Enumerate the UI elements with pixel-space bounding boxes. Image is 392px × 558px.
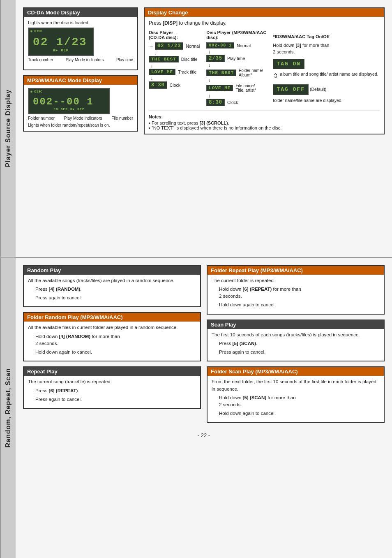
cdda-seq-label-clock-0: Clock <box>170 83 180 88</box>
tag-on-row: ⇕ album title and song title/ artist nam… <box>273 71 378 81</box>
cdda-down-2: ↓ <box>150 76 153 81</box>
folder-random-play-step1: Hold down [4] (RANDOM) for more than2 se… <box>35 333 196 347</box>
folder-scan-play-header: Folder Scan Play (MP3/WMA/AAC) <box>208 367 384 376</box>
mp3-lcd-sub: FOLDER R► REP <box>33 107 105 111</box>
mp3-seq-lcd-0: 002-00 1 <box>206 42 234 49</box>
mp3-lcd-main: 002--00 1 <box>33 96 105 107</box>
cdda-seq-lcd-1: THE BEST <box>149 56 179 63</box>
mp3-section-header: MP3/WMA/AAC Mode Display <box>24 76 137 85</box>
mp3-down-0: ↓ <box>208 49 210 55</box>
bottom-left-col: Random Play All the available songs (tra… <box>23 265 201 428</box>
folder-scan-play-step2: Hold down again to cancel. <box>219 410 380 417</box>
cdda-seq-label-normal: Normal <box>186 44 200 49</box>
scan-play-step1: Press [5] (SCAN). <box>219 340 380 347</box>
mp3-seq-label-folder: Folder name/Album* <box>239 68 263 77</box>
bottom-right-col: Folder Repeat Play (MP3/WMA/AAC) The cur… <box>207 265 385 428</box>
cdda-section-box: CD-DA Mode Display Lights when the disc … <box>23 7 138 70</box>
mp3-down-1: ↓ <box>208 63 210 68</box>
tag-on-lcd: TAG ON <box>273 59 304 69</box>
folder-random-play-box: Folder Random Play (MP3/WMA/AAC) All the… <box>23 312 201 361</box>
mp3-section-content: ◉ DISC 002--00 1 FOLDER R► REP Folder nu… <box>24 85 137 131</box>
mp3-labels-row: Folder number Play Mode indicators File … <box>28 116 133 120</box>
mp3-seq-item-2: THE BEST Folder name/Album* <box>206 68 263 77</box>
random-play-body: All the available songs (tracks/files) a… <box>24 275 200 307</box>
page-number: - 22 - <box>23 428 385 441</box>
repeat-play-box: Repeat Play The current song (track/file… <box>23 366 201 409</box>
repeat-play-step1: Press [6] (REPEAT). <box>35 387 196 394</box>
cdda-track-number-label: Track number <box>28 58 53 62</box>
notes-title: Notes: <box>149 114 163 119</box>
mp3-seq-item-0: 002-00 1 Normal <box>206 42 251 49</box>
folder-repeat-play-box: Folder Repeat Play (MP3/WMA/AAC) The cur… <box>207 265 385 315</box>
scan-play-step2: Press again to cancel. <box>219 349 380 356</box>
bottom-main-content: Random Play All the available songs (tra… <box>16 258 392 558</box>
mp3-disc-indicator: ◉ DISC <box>30 90 42 93</box>
folder-scan-play-box: Folder Scan Play (MP3/WMA/AAC) From the … <box>207 366 385 423</box>
mp3-file-number-label: File number <box>111 116 133 120</box>
random-play-desc: All the available songs (tracks/files) a… <box>28 277 196 284</box>
mp3-seq-lcd-1: 2/35 <box>206 55 225 62</box>
left-column: CD-DA Mode Display Lights when the disc … <box>23 7 138 139</box>
cdda-subtitle: Lights when the disc is loaded. <box>28 20 133 25</box>
folder-scan-play-desc: From the next folder, the first 10 secon… <box>212 378 380 393</box>
tag-on-desc: album title and song title/ artist name … <box>280 71 378 78</box>
folder-random-play-body: All the available files in current folde… <box>24 322 200 361</box>
mp3-seq-label-normal: Normal <box>237 43 251 48</box>
scan-play-header: Scan Play <box>208 320 384 329</box>
cdda-seq-item-0: → 02 1/23 Normal <box>149 42 200 50</box>
folder-random-play-header: Folder Random Play (MP3/WMA/AAC) <box>24 313 200 322</box>
random-play-box: Random Play All the available songs (tra… <box>23 265 201 308</box>
cdda-play-mode-label: Play Mode indicators <box>66 58 104 62</box>
cdda-seq-header: Disc Player(CD-DA disc): <box>149 30 178 40</box>
top-main-content: CD-DA Mode Display Lights when the disc … <box>16 0 392 257</box>
cdda-section-header: CD-DA Mode Display <box>24 8 137 17</box>
mp3-seq-lcd-2: THE BEST <box>206 69 236 76</box>
tag-on-arrow-icon: ⇕ <box>273 71 278 81</box>
cdda-lcd: ◉ DISC 02 1/23 R► REP <box>28 28 94 56</box>
cdda-lcd-main: 02 1/23 <box>33 36 89 49</box>
cdda-section-content: Lights when the disc is loaded. ◉ DISC 0… <box>24 17 137 69</box>
folder-repeat-play-header: Folder Repeat Play (MP3/WMA/AAC) <box>208 266 384 275</box>
folder-repeat-play-step2: Hold down again to cancel. <box>219 301 380 308</box>
cdda-lcd-sub: R► REP <box>33 49 89 53</box>
mp3-diagram: ◉ DISC 002--00 1 FOLDER R► REP Folder nu… <box>28 88 133 120</box>
folder-repeat-play-step1: Hold down [6] (REPEAT) for more than2 se… <box>219 286 380 300</box>
repeat-play-step2: Press again to cancel. <box>35 396 196 403</box>
mp3-seq-label-clock: Clock <box>227 100 238 105</box>
mp3-seq-col: Disc Player (MP3/WMA/AACdisc): 002-00 1 … <box>206 30 266 107</box>
mp3-folder-number-label: Folder number <box>28 116 55 120</box>
folder-random-play-step2: Hold down again to cancel. <box>35 349 196 356</box>
repeat-play-body: The current song (track/file) is repeate… <box>24 376 200 408</box>
cdda-seq-lcd-2: LOVE ME <box>149 69 175 75</box>
display-change-subtitle: Press [DISP] to change the display. <box>149 20 380 26</box>
cdda-seq-arrow-0: → <box>149 43 154 49</box>
page: Player Source Display CD-DA Mode Display… <box>0 0 392 558</box>
random-play-step2: Press again to cancel. <box>35 294 196 301</box>
scan-play-box: Scan Play The first 10 seconds of each s… <box>207 320 385 362</box>
id3-desc: Hold down [3] for more than2 seconds. <box>273 42 378 56</box>
repeat-play-desc: The current song (track/file) is repeate… <box>28 378 196 385</box>
cdda-seq-item-2: LOVE ME Track title <box>149 69 196 75</box>
id3-title: *ID3/WMA/AAC Tag On/Off <box>273 33 378 40</box>
bottom-columns: Random Play All the available songs (tra… <box>23 265 385 428</box>
id3-section: *ID3/WMA/AAC Tag On/Off Hold down [3] fo… <box>273 33 378 104</box>
mp3-seq-item-1: 2/35 Play time <box>206 55 245 62</box>
folder-repeat-play-desc: The current folder is repeated. <box>212 277 380 284</box>
mp3-play-mode-label: Play Mode indicators <box>64 116 102 120</box>
display-change-content: Press [DISP] to change the display. Disc… <box>145 17 384 134</box>
tag-off-lcd: TAG OFF <box>273 84 309 95</box>
cdda-seq-label-track-title: Track title <box>178 69 196 74</box>
right-column: Display Change Press [DISP] to change th… <box>144 7 385 139</box>
cdda-seq-lcd-0: 02 1/23 <box>155 42 183 50</box>
random-play-header: Random Play <box>24 266 200 275</box>
folder-random-play-desc: All the available files in current folde… <box>28 324 196 331</box>
mp3-seq-label-play-time: Play time <box>227 56 245 61</box>
scan-play-body: The first 10 seconds of each songs (trac… <box>208 329 384 361</box>
mp3-section-box: MP3/WMA/AAC Mode Display ◉ DISC 002--00 … <box>23 75 138 132</box>
bottom-section: Random, Repeat, Scan Random Play All the… <box>0 258 392 558</box>
cdda-seq-lcd-3: 8:30 <box>149 81 167 89</box>
display-change-box: Display Change Press [DISP] to change th… <box>144 7 385 134</box>
cdda-disc-indicator: ◉ DISC <box>30 29 42 33</box>
tag-off-default: (Default) <box>310 87 326 92</box>
top-section: Player Source Display CD-DA Mode Display… <box>0 0 392 258</box>
